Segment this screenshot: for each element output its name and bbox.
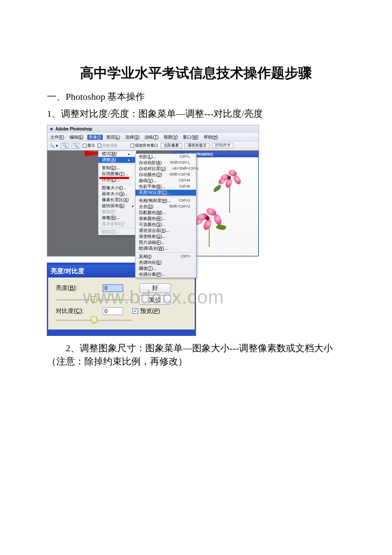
menu-item[interactable]: 图像大小(I)... [98, 185, 136, 191]
workspace: 模式(M)调整(A)复制(D)...应用图像(Y)...计算(C)...图像大小… [47, 150, 259, 256]
zoom-out-button[interactable]: 🔍 [72, 143, 80, 149]
section-heading: 一、Photoshop 基本操作 [47, 90, 345, 103]
menu-item[interactable]: 反相(I)Ctrl+I [135, 254, 196, 260]
menu-item[interactable]: 调整(A) [98, 157, 136, 163]
menu-item[interactable]: 色阶(L)...Ctrl+L [135, 154, 196, 160]
menu-item[interactable]: 暗调/高光(W)... [135, 246, 196, 251]
menubar-item[interactable]: 编辑(E) [68, 135, 85, 140]
cancel-button[interactable]: 复位 [139, 295, 171, 305]
opt-btn-actual-pixels[interactable]: 实际像素 [161, 143, 182, 148]
menu-item[interactable]: 亮度/对比度(C)... [135, 190, 196, 196]
menu-item[interactable]: 自动对比度(U)Alt+Shift+Ctrl+L [135, 166, 196, 172]
menu-item[interactable]: 可选颜色(S)... [135, 222, 196, 228]
adjustments-submenu[interactable]: 色阶(L)...Ctrl+L自动色阶(A)Shift+Ctrl+L自动对比度(U… [135, 153, 196, 278]
menu-item[interactable]: 曲线(V)...Ctrl+M [135, 178, 196, 184]
brightness-input[interactable] [103, 284, 123, 292]
menubar-item[interactable]: 图层(L) [105, 135, 121, 140]
menu-item[interactable]: 色调分离(P)... [135, 272, 196, 278]
app-titlebar: ✦ Adobe Photoshop [47, 125, 259, 133]
ok-button[interactable]: 好 [139, 283, 171, 293]
zoom-in-button[interactable]: 🔍 [61, 143, 69, 149]
menu-item[interactable]: 旋转画布(E) [98, 203, 136, 209]
menu-item[interactable]: 色彩平衡(B)...Ctrl+B [135, 184, 196, 190]
menubar-item[interactable]: 滤镜(T) [143, 135, 160, 140]
menu-item[interactable]: 色相/饱和度(H)...Ctrl+U [135, 198, 196, 204]
preview-checkbox[interactable]: ✓预览(P) [133, 307, 171, 315]
menubar-item[interactable]: 窗口(W) [182, 135, 199, 140]
menu-item[interactable]: 应用图像(Y)... [98, 171, 136, 177]
app-title: Adobe Photoshop [55, 127, 92, 131]
menu-item: 裁切(P) [98, 209, 136, 215]
menu-item[interactable]: 修整(R)... [98, 215, 136, 221]
menu-item[interactable]: 阈值(T)... [135, 266, 196, 272]
photoshop-screenshot: ✦ Adobe Photoshop 文件(F)编辑(E)图像(I)图层(L)选择… [47, 125, 259, 257]
menu-item: 陷印(T)... [98, 229, 136, 235]
opt-btn-fit[interactable]: 满画布显示 [184, 143, 210, 148]
opt-checkbox-ignore[interactable]: 忽略调板 [98, 144, 118, 147]
menubar[interactable]: 文件(F)编辑(E)图像(I)图层(L)选择(S)滤镜(T)视图(V)窗口(W)… [47, 133, 259, 142]
menubar-item[interactable]: 图像(I) [87, 135, 102, 140]
contrast-input[interactable] [103, 307, 123, 315]
menu-item[interactable]: 照片滤镜(F)... [135, 240, 196, 246]
menubar-item[interactable]: 视图(V) [162, 135, 179, 140]
menu-item[interactable]: 像素长宽比(X) [98, 197, 136, 203]
contrast-slider[interactable] [56, 317, 133, 324]
menubar-item[interactable]: 帮助(H) [202, 135, 219, 140]
menu-item[interactable]: 去色(D)Shift+Ctrl+U [135, 204, 196, 210]
opt-checkbox-zoomall[interactable]: 缩放所有窗口 [130, 144, 158, 147]
opt-ignore-label: 忽略调板 [102, 144, 118, 147]
step-2-text: 2、调整图象尺寸：图象菜单—图象大小---调整像素数或文档大小（注意：除掉约束比… [47, 342, 345, 368]
menu-item[interactable]: 自动色阶(A)Shift+Ctrl+L [135, 160, 196, 166]
opt-checkbox-show[interactable]: 显示 [83, 144, 95, 147]
brightness-label: 亮度(B): [56, 284, 103, 292]
doc-title: 高中学业水平考试信息技术操作题步骤 [47, 64, 345, 83]
menu-item[interactable]: 渐变映射(G)... [135, 234, 196, 240]
annotation-arrow-icon [99, 177, 129, 179]
brightness-slider[interactable] [56, 296, 133, 303]
opt-zoomall-label: 缩放所有窗口 [135, 144, 158, 147]
tool-column [47, 150, 70, 256]
menu-item[interactable]: 模式(M) [98, 151, 136, 157]
menu-item[interactable]: 通道混合器(X)... [135, 228, 196, 234]
opt-show-label: 显示 [87, 144, 95, 147]
dialog-title: 亮度/对比度 [51, 267, 84, 275]
menubar-item[interactable]: 文件(F) [49, 135, 66, 140]
menu-item[interactable]: 替换颜色(R)... [135, 216, 196, 222]
menu-item[interactable]: 自动颜色(O)Shift+Ctrl+B [135, 172, 196, 178]
app-icon: ✦ [49, 127, 54, 132]
zoom-tool-icon[interactable]: 🔍 ▾ [49, 144, 58, 148]
menu-item[interactable]: 匹配颜色(M)... [135, 210, 196, 216]
menu-item[interactable]: 复制(D)... [98, 165, 136, 171]
contrast-label: 对比度(C): [56, 307, 103, 315]
menu-item[interactable]: 色调均化(E) [135, 260, 196, 266]
opt-btn-print-size[interactable]: 打印尺寸 [212, 143, 233, 148]
menu-item[interactable]: 画布大小(S)... [98, 191, 136, 197]
menubar-item[interactable]: 选择(S) [124, 135, 141, 140]
image-menu-dropdown[interactable]: 模式(M)调整(A)复制(D)...应用图像(Y)...计算(C)...图像大小… [98, 150, 136, 235]
menu-item: 显示全部(V) [98, 221, 136, 227]
step-1-text: 1、调整对比度/亮度：图象菜单—调整---对比度/亮度 [47, 107, 345, 121]
options-bar: 🔍 ▾ 🔍🔍 显示 忽略调板 缩放所有窗口 实际像素 满画布显示 打印尺寸 [47, 142, 259, 150]
